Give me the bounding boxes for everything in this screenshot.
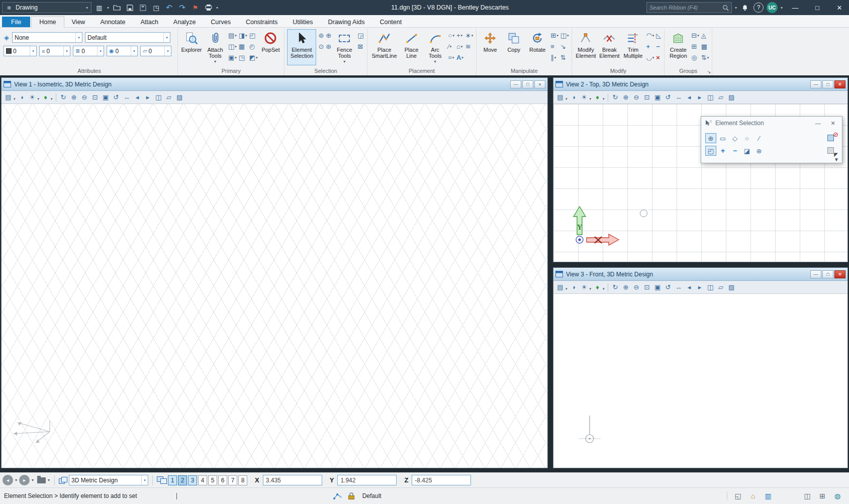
mode-subtract-icon[interactable]: − [729,146,740,156]
horizontal-splitter[interactable] [553,262,848,267]
account-caret-icon[interactable]: ▾ [781,6,783,10]
fit-view-icon[interactable]: ▣ [653,282,663,292]
pan-view-icon[interactable]: ↔ [674,282,684,292]
dropdown-caret-icon[interactable]: ▾ [652,34,654,38]
view-2-titlebar[interactable]: View 2 - Top, 3D Metric Design — □ ✕ [553,78,847,91]
dropdown-caret-icon[interactable]: ▾ [603,287,605,291]
references-icon[interactable]: ◫▾ [228,41,237,52]
zoom-in-icon[interactable]: ⊕ [69,92,79,102]
dropdown-caret-icon[interactable]: ▾ [452,34,454,38]
chevron-down-icon[interactable]: ▾ [97,46,104,56]
view-history-caret-icon[interactable]: ▾ [48,478,50,482]
dropdown-caret-icon[interactable]: ▾ [461,45,463,49]
level-manager-icon[interactable]: ◨▾ [238,30,248,41]
view-restore-button[interactable]: □ [822,270,833,278]
view-minimize-button[interactable]: — [510,80,521,88]
dropdown-caret-icon[interactable]: ▾ [452,56,454,60]
view-toggle-4[interactable]: 4 [198,475,207,485]
dropdown-caret-icon[interactable]: ▾ [556,34,558,38]
window-area-icon[interactable]: ⊡ [642,92,652,102]
element-selection-dialog[interactable]: Element Selection — ✕ ⊕ ▭ ◇ ○ ∕ [701,116,842,163]
fence-copy-icon[interactable]: ◲ [357,30,364,41]
zoom-in-icon[interactable]: ⊕ [621,282,631,292]
dialog-expand-caret-icon[interactable]: ▼ [834,157,839,162]
ellipse-tools-icon[interactable]: ○▾ [448,30,455,41]
view-toggle-7[interactable]: 7 [228,475,237,485]
copy-view-icon[interactable]: ◫ [154,92,163,102]
window-area-icon[interactable]: ⊡ [642,282,652,292]
tab-utilities[interactable]: Utilities [285,17,320,27]
dropdown-caret-icon[interactable]: ▾ [590,287,592,291]
display-rules-icon[interactable]: ⊞ [817,491,828,501]
active-line-weight-select[interactable]: ≣ 0 ▾ [73,46,104,56]
circle-element[interactable] [640,210,647,217]
fillet-icon[interactable]: ◠▾ [645,30,654,41]
zoom-in-icon[interactable]: ⊕ [621,92,631,102]
save-settings-icon[interactable] [138,2,148,13]
view-toggle-5[interactable]: 5 [208,475,217,485]
dropdown-caret-icon[interactable]: ▾ [554,56,556,60]
back-history-caret-icon[interactable]: ▾ [15,478,17,482]
place-line-button[interactable]: Place Line [401,29,423,65]
active-level-select[interactable]: Default ▾ [85,32,170,43]
line-tools-icon[interactable]: ∕▾ [448,41,455,52]
pan-view-icon[interactable]: ↔ [122,92,132,102]
zoom-out-icon[interactable]: ⊖ [80,92,89,102]
select-previous-icon[interactable]: ⊙ [318,41,324,52]
view-toggle-8[interactable]: 8 [238,475,247,485]
mode-new-icon[interactable]: ◰ [705,146,716,156]
tab-annotate[interactable]: Annotate [92,17,133,27]
clip-volume-icon[interactable]: ▱ [716,92,726,102]
extended-selection-icon[interactable]: ⊚ [318,30,324,41]
popset-button[interactable]: PopSet [259,29,281,65]
mode-add-icon[interactable]: + [717,146,728,156]
align-icon[interactable]: ≡ [550,41,558,52]
clip-mask-icon[interactable]: ▨ [175,92,184,102]
dropdown-caret-icon[interactable]: ▾ [590,97,592,101]
view-restore-button[interactable]: □ [522,80,533,88]
tab-curves[interactable]: Curves [203,17,238,27]
models-icon[interactable]: ♦ [593,282,602,292]
method-block-icon[interactable]: ▭ [717,133,728,143]
quick-select-icon[interactable]: ⊛ [325,41,332,52]
view-toggle-2[interactable]: 2 [178,475,187,485]
ribbon-search[interactable] [646,2,732,13]
view-close-button[interactable]: ✕ [834,80,845,88]
dialog-close-button[interactable]: ✕ [827,119,839,128]
attach-tools-button[interactable]: Attach Tools ▾ [204,29,226,65]
select-all-icon[interactable]: ◤ [826,146,838,156]
dropdown-caret-icon[interactable]: ▾ [235,56,237,60]
locks-icon[interactable] [348,492,354,499]
fence-tools-button[interactable]: Fence Tools ▾ [333,29,355,65]
adjust-view-icon[interactable]: ◑ [569,282,579,292]
window-tile-icon[interactable]: ◫ [802,491,813,501]
view-next-icon[interactable]: ▸ [695,282,705,292]
maximize-window-button[interactable]: □ [808,0,827,15]
point-clouds-icon[interactable]: ◴ [249,41,258,52]
point-tools-icon[interactable]: +▾ [456,30,464,41]
rotate-view-icon[interactable]: ↺ [112,92,121,102]
clip-volume-icon[interactable]: ▱ [716,282,726,292]
groups-dialog-launcher-icon[interactable]: ↘ [707,69,711,74]
tab-file[interactable]: File [2,17,30,27]
display-style-icon[interactable]: ▤ [4,92,13,102]
drop-element-icon[interactable]: ⊟▾ [691,30,699,41]
y-coordinate-field[interactable] [337,475,397,485]
group-hole-icon[interactable]: ◎ [691,52,699,63]
tab-home[interactable]: Home [31,16,64,28]
view-previous-icon[interactable]: ◂ [685,282,694,292]
mode-invert-icon[interactable]: ◪ [741,146,752,156]
dropdown-caret-icon[interactable]: ▾ [461,34,463,38]
active-snap-mode-icon[interactable] [332,491,343,501]
mode-clear-icon[interactable]: ⊛ [753,146,765,156]
adjust-view-icon[interactable]: ◑ [17,92,27,102]
copy-view-icon[interactable]: ◫ [706,282,715,292]
compress-file-icon[interactable]: ◳ [151,2,161,13]
move-button[interactable]: Move [479,29,501,65]
tab-attach[interactable]: Attach [133,17,165,27]
method-line-icon[interactable]: ∕ [753,133,765,143]
view-next-icon[interactable]: ▸ [143,92,153,102]
view-history-folder-icon[interactable] [37,477,46,483]
chamfer-icon[interactable]: ◺ [655,30,662,41]
view-3-titlebar[interactable]: View 3 - Front, 3D Metric Design — □ ✕ [553,268,847,281]
